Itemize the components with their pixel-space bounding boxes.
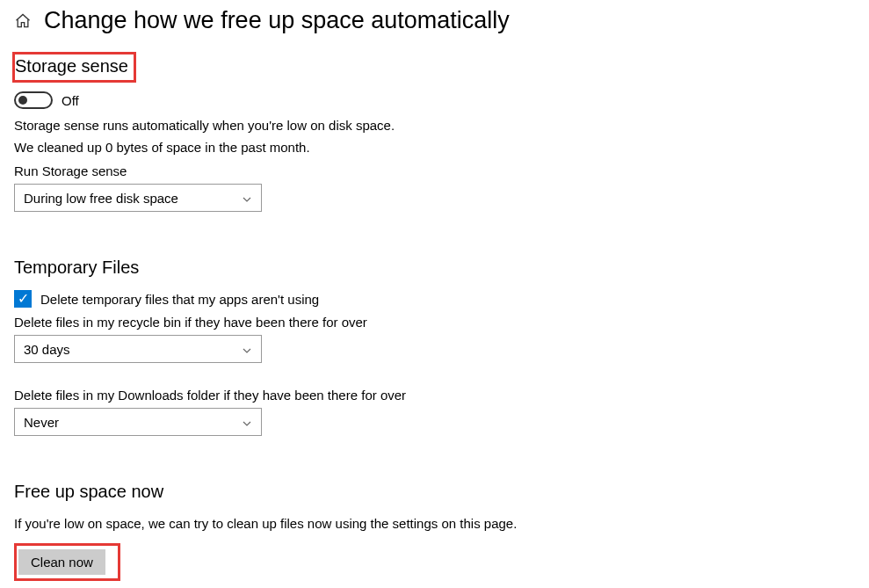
storage-sense-toggle[interactable] — [14, 91, 53, 109]
run-storage-sense-label: Run Storage sense — [14, 163, 855, 178]
chevron-down-icon — [242, 192, 252, 203]
check-icon: ✓ — [18, 292, 29, 306]
storage-sense-description-2: We cleaned up 0 bytes of space in the pa… — [14, 138, 855, 156]
temporary-files-section: Temporary Files ✓ Delete temporary files… — [14, 258, 855, 436]
free-up-space-description: If you're low on space, we can try to cl… — [14, 514, 855, 533]
temporary-files-heading: Temporary Files — [14, 258, 855, 278]
recycle-bin-label: Delete files in my recycle bin if they h… — [14, 315, 855, 330]
chevron-down-icon — [242, 344, 252, 354]
recycle-bin-value: 30 days — [24, 342, 70, 357]
recycle-bin-dropdown[interactable]: 30 days — [14, 335, 262, 363]
downloads-label: Delete files in my Downloads folder if t… — [14, 388, 855, 403]
storage-sense-section: Storage sense Off Storage sense runs aut… — [14, 52, 855, 212]
run-storage-sense-value: During low free disk space — [24, 191, 178, 206]
storage-sense-toggle-label: Off — [62, 93, 79, 108]
delete-temp-files-label: Delete temporary files that my apps aren… — [40, 292, 319, 307]
storage-sense-description-1: Storage sense runs automatically when yo… — [14, 116, 855, 134]
downloads-dropdown[interactable]: Never — [14, 408, 262, 436]
downloads-value: Never — [24, 415, 59, 430]
clean-now-button[interactable]: Clean now — [18, 549, 105, 575]
chevron-down-icon — [242, 417, 252, 427]
page-title: Change how we free up space automaticall… — [44, 7, 510, 34]
delete-temp-files-checkbox[interactable]: ✓ — [14, 290, 32, 308]
storage-sense-heading: Storage sense — [15, 56, 128, 76]
free-up-space-heading: Free up space now — [14, 482, 855, 502]
free-up-space-section: Free up space now If you're low on space… — [14, 482, 855, 581]
highlight-storage-sense: Storage sense — [12, 52, 136, 83]
home-icon[interactable] — [14, 12, 32, 30]
run-storage-sense-dropdown[interactable]: During low free disk space — [14, 184, 262, 212]
highlight-clean-now: Clean now — [14, 543, 120, 581]
